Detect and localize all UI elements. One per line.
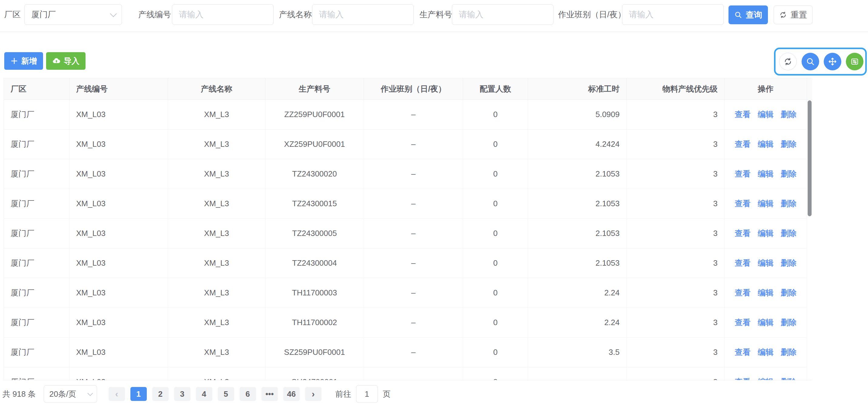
shift-label: 作业班别（日/夜） xyxy=(558,4,626,25)
page-number-button[interactable]: 4 xyxy=(196,387,212,401)
view-link[interactable]: 查看 xyxy=(735,198,751,209)
shift-field-wrap xyxy=(622,4,724,25)
search-icon xyxy=(806,57,815,66)
cell-shift: – xyxy=(364,367,463,380)
page-number-button[interactable]: 2 xyxy=(152,387,168,401)
view-link[interactable]: 查看 xyxy=(735,109,751,120)
edit-link[interactable]: 编辑 xyxy=(758,109,774,120)
table-settings-button[interactable] xyxy=(846,53,863,70)
edit-link[interactable]: 编辑 xyxy=(758,198,774,209)
delete-link[interactable]: 删除 xyxy=(781,168,797,179)
edit-link[interactable]: 编辑 xyxy=(758,168,774,179)
view-link[interactable]: 查看 xyxy=(735,377,751,380)
page-number-button[interactable]: 6 xyxy=(240,387,256,401)
edit-link[interactable]: 编辑 xyxy=(758,258,774,269)
vertical-scrollbar-thumb[interactable] xyxy=(808,100,812,216)
view-link[interactable]: 查看 xyxy=(735,228,751,239)
search-icon xyxy=(734,11,742,19)
cell-line-code: XM_L03 xyxy=(69,129,168,159)
table-move-button[interactable] xyxy=(824,53,841,70)
cell-line-code: XM_L03 xyxy=(69,338,168,367)
page-number-button[interactable]: 3 xyxy=(174,387,190,401)
view-link[interactable]: 查看 xyxy=(735,139,751,150)
import-button[interactable]: 导入 xyxy=(46,52,86,70)
search-button[interactable]: 查询 xyxy=(728,5,768,24)
cell-priority: 3 xyxy=(627,308,724,338)
page-number-button[interactable]: 1 xyxy=(130,387,147,401)
cell-shift: – xyxy=(364,338,463,367)
table-row: 厦门厂 XM_L03 XM_L3 TZ24300004 – 0 2.1053 3… xyxy=(4,248,812,278)
goto-page-input[interactable] xyxy=(356,385,378,403)
page-number-button[interactable]: 46 xyxy=(283,387,300,401)
delete-link[interactable]: 删除 xyxy=(781,377,797,380)
cell-actions: 查看 编辑 删除 xyxy=(724,367,807,380)
cell-actions: 查看 编辑 删除 xyxy=(724,189,807,219)
cell-std-hours: 5.0909 xyxy=(528,100,627,129)
cell-factory: 厦门厂 xyxy=(4,338,69,367)
view-link[interactable]: 查看 xyxy=(735,258,751,269)
part-no-input[interactable] xyxy=(452,5,553,25)
edit-link[interactable]: 编辑 xyxy=(758,287,774,298)
page-size-select[interactable]: 20条/页 xyxy=(44,385,97,403)
cell-headcount: 0 xyxy=(463,129,528,159)
view-link[interactable]: 查看 xyxy=(735,168,751,179)
cell-part-no: TZ24300015 xyxy=(266,189,364,219)
cell-line-name: XM_L3 xyxy=(168,219,266,248)
delete-link[interactable]: 删除 xyxy=(781,139,797,150)
cell-shift: – xyxy=(364,159,463,189)
table-refresh-button[interactable] xyxy=(779,53,797,70)
cell-shift: – xyxy=(364,278,463,308)
cell-std-hours: 2.1053 xyxy=(528,219,627,248)
next-page-button[interactable]: › xyxy=(305,387,321,401)
add-button[interactable]: 新增 xyxy=(4,52,43,70)
refresh-icon xyxy=(779,11,787,19)
delete-link[interactable]: 删除 xyxy=(781,109,797,120)
table-search-button[interactable] xyxy=(802,53,819,70)
cell-actions: 查看 编辑 删除 xyxy=(724,338,807,367)
table-header-row: 厂区 产线编号 产线名称 生产料号 作业班别（日/夜） 配置人数 标准工时 物料… xyxy=(4,78,812,100)
move-icon xyxy=(828,57,837,66)
reset-button[interactable]: 重置 xyxy=(774,5,812,24)
delete-link[interactable]: 删除 xyxy=(781,347,797,357)
line-code-field-wrap xyxy=(172,4,274,25)
edit-link[interactable]: 编辑 xyxy=(758,228,774,239)
cell-part-no: TZ24300005 xyxy=(266,219,364,248)
factory-select[interactable]: 厦门厂 xyxy=(24,4,122,25)
shift-input[interactable] xyxy=(622,5,723,25)
cell-priority: 3 xyxy=(627,219,724,248)
cell-std-hours: 2.1053 xyxy=(528,159,627,189)
column-header-line-code: 产线编号 xyxy=(69,78,168,100)
edit-link[interactable]: 编辑 xyxy=(758,317,774,328)
delete-link[interactable]: 删除 xyxy=(781,228,797,239)
cell-headcount: 0 xyxy=(463,159,528,189)
view-link[interactable]: 查看 xyxy=(735,287,751,298)
edit-link[interactable]: 编辑 xyxy=(758,377,774,380)
view-link[interactable]: 查看 xyxy=(735,317,751,328)
page-number-button[interactable]: 5 xyxy=(218,387,234,401)
prev-page-button[interactable]: ‹ xyxy=(108,387,125,401)
table-row: 厦门厂 XM_L03 XM_L3 TZ24300015 – 0 2.1053 3… xyxy=(4,189,812,219)
cell-headcount: 0 xyxy=(463,308,528,338)
total-count: 共 918 条 xyxy=(2,389,36,399)
cell-line-code: XM_L03 xyxy=(69,159,168,189)
delete-link[interactable]: 删除 xyxy=(781,258,797,269)
cell-factory: 厦门厂 xyxy=(4,189,69,219)
line-code-input[interactable] xyxy=(172,5,273,25)
cell-headcount: 0 xyxy=(463,189,528,219)
delete-link[interactable]: 删除 xyxy=(781,317,797,328)
edit-link[interactable]: 编辑 xyxy=(758,139,774,150)
line-name-input[interactable] xyxy=(312,5,413,25)
settings-icon xyxy=(850,57,859,66)
view-link[interactable]: 查看 xyxy=(735,347,751,357)
edit-link[interactable]: 编辑 xyxy=(758,347,774,357)
cell-headcount: 0 xyxy=(463,278,528,308)
cell-part-no: ZZ259PU0F0001 xyxy=(266,100,364,129)
page-number-button[interactable]: ••• xyxy=(261,387,278,401)
cell-shift: – xyxy=(364,189,463,219)
cell-shift: – xyxy=(364,308,463,338)
delete-link[interactable]: 删除 xyxy=(781,287,797,298)
delete-link[interactable]: 删除 xyxy=(781,198,797,209)
cell-part-no: TH11700003 xyxy=(266,278,364,308)
cell-actions: 查看 编辑 删除 xyxy=(724,159,807,189)
cell-line-code: XM_L03 xyxy=(69,248,168,278)
